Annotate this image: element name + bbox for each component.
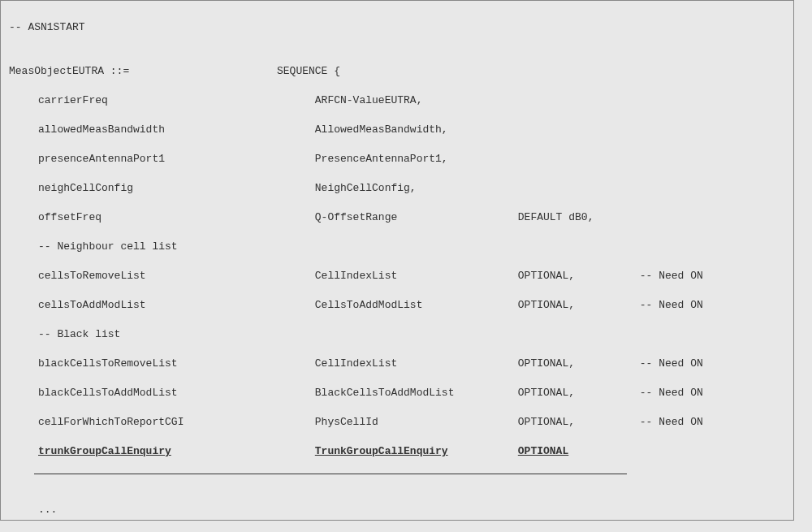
field-name: cellsToRemoveList bbox=[9, 269, 277, 283]
field-name: blackCellsToRemoveList bbox=[9, 357, 277, 371]
field-type: PhysCellId bbox=[315, 415, 518, 430]
field-type: CellIndexList bbox=[315, 269, 518, 283]
field-comment: -- Need ON bbox=[640, 269, 703, 283]
field-opt: OPTIONAL, bbox=[518, 415, 640, 430]
field-name: cellForWhichToReportCGI bbox=[9, 415, 277, 430]
field-type: NeighCellConfig, bbox=[315, 181, 518, 196]
comment-neighbour: -- Neighbour cell list bbox=[9, 240, 785, 254]
field-opt: OPTIONAL, bbox=[518, 357, 640, 371]
measobject-type: SEQUENCE { bbox=[277, 65, 340, 77]
field-comment: -- Need ON bbox=[640, 415, 703, 430]
field-blackcellstoaddmod: blackCellsToAddModList BlackCellsToAddMo… bbox=[9, 386, 785, 400]
field-offsetfreq: offsetFreq Q-OffsetRangeDEFAULT dB0, bbox=[9, 210, 785, 225]
field-cellstoaddmod: cellsToAddModList CellsToAddModListOPTIO… bbox=[9, 298, 785, 313]
field-trunkgroupcall: trunkGroupCallEnquiry TrunkGroupCallEnqu… bbox=[9, 444, 785, 459]
field-name: cellsToAddModList bbox=[9, 298, 277, 313]
asn1-code-block: -- ASN1START MeasObjectEUTRA ::=SEQUENCE… bbox=[0, 0, 794, 521]
field-opt: OPTIONAL, bbox=[518, 269, 640, 283]
field-cellforwhichcgi: cellForWhichToReportCGI PhysCellIdOPTION… bbox=[9, 415, 785, 430]
field-comment: -- Need ON bbox=[640, 357, 703, 371]
field-name: blackCellsToAddModList bbox=[9, 386, 277, 400]
field-type: ARFCN-ValueEUTRA, bbox=[315, 93, 518, 108]
field-presenceantenna: presenceAntennaPort1 PresenceAntennaPort… bbox=[9, 152, 785, 167]
field-carrierfreq: carrierFreq ARFCN-ValueEUTRA, bbox=[9, 93, 785, 108]
field-name: carrierFreq bbox=[9, 93, 277, 108]
measobject-decl: MeasObjectEUTRA ::=SEQUENCE { bbox=[9, 64, 785, 79]
measobject-name: MeasObjectEUTRA ::= bbox=[9, 64, 277, 79]
field-name: allowedMeasBandwidth bbox=[9, 123, 277, 137]
field-blackcellstoremove: blackCellsToRemoveList CellIndexListOPTI… bbox=[9, 357, 785, 371]
field-opt: OPTIONAL, bbox=[518, 386, 640, 400]
ellipsis: ... bbox=[9, 503, 785, 517]
field-allowedmeasbw: allowedMeasBandwidth AllowedMeasBandwidt… bbox=[9, 123, 785, 137]
field-type: CellsToAddModList bbox=[315, 298, 518, 313]
field-type: AllowedMeasBandwidth, bbox=[315, 123, 518, 137]
trunk-name: trunkGroupCallEnquiry bbox=[9, 444, 277, 459]
field-name: offsetFreq bbox=[9, 210, 277, 225]
field-name: presenceAntennaPort1 bbox=[9, 152, 277, 167]
asn1-start: -- ASN1START bbox=[9, 20, 785, 35]
trunk-type: TrunkGroupCallEnquiry bbox=[315, 444, 518, 459]
underline-row bbox=[9, 474, 785, 488]
field-comment: -- Need ON bbox=[640, 298, 703, 313]
field-type: BlackCellsToAddModList bbox=[315, 386, 518, 400]
field-opt: DEFAULT dB0, bbox=[518, 210, 640, 225]
field-comment: -- Need ON bbox=[640, 386, 703, 400]
horizontal-rule bbox=[34, 472, 627, 474]
field-neighcellconfig: neighCellConfig NeighCellConfig, bbox=[9, 181, 785, 196]
field-cellstoremove: cellsToRemoveList CellIndexListOPTIONAL,… bbox=[9, 269, 785, 283]
comment-blacklist: -- Black list bbox=[9, 327, 785, 342]
field-name: neighCellConfig bbox=[9, 181, 277, 196]
field-opt: OPTIONAL, bbox=[518, 298, 640, 313]
field-type: PresenceAntennaPort1, bbox=[315, 152, 518, 167]
field-type: Q-OffsetRange bbox=[315, 210, 518, 225]
field-type: CellIndexList bbox=[315, 357, 518, 371]
trunk-opt: OPTIONAL bbox=[518, 444, 640, 459]
